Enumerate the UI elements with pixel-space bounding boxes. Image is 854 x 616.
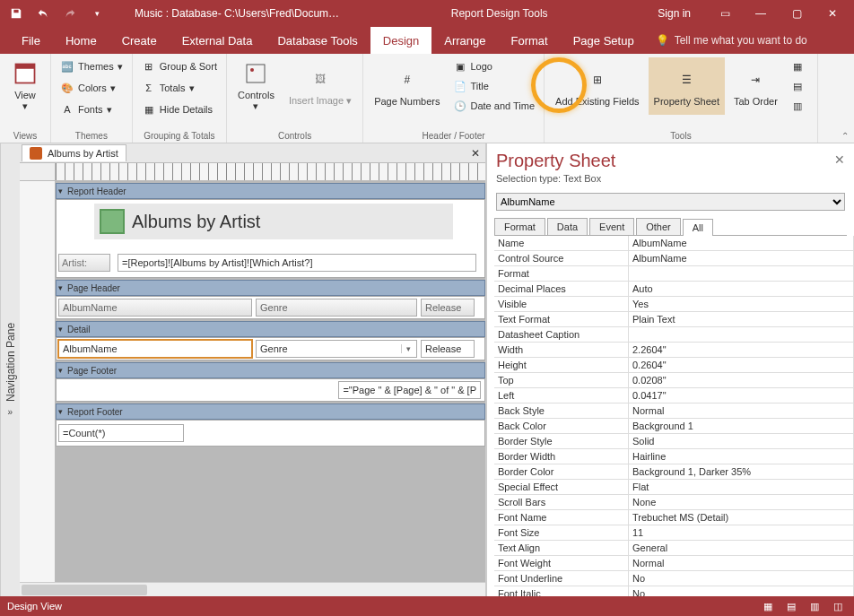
- property-value[interactable]: Flat: [629, 480, 853, 494]
- property-row[interactable]: Left0.0417": [494, 388, 853, 403]
- prop-tab-other[interactable]: Other: [636, 218, 681, 235]
- datetime-button[interactable]: 🕒Date and Time: [449, 97, 539, 115]
- controls-button[interactable]: Controls▾: [232, 57, 280, 113]
- qat-customize-icon[interactable]: ▾: [86, 3, 108, 24]
- property-row[interactable]: NameAlbumName: [494, 236, 853, 251]
- close-property-sheet-icon[interactable]: ✕: [834, 152, 845, 167]
- collapse-ribbon-icon[interactable]: ⌃: [841, 131, 849, 141]
- property-row[interactable]: Font UnderlineNo: [494, 571, 853, 586]
- property-value[interactable]: 2.2604": [629, 343, 853, 357]
- navigation-pane-collapsed[interactable]: » Navigation Pane: [0, 143, 20, 596]
- insert-image-button[interactable]: 🖼Insert Image ▾: [283, 57, 357, 113]
- tab-page-setup[interactable]: Page Setup: [561, 27, 647, 54]
- property-row[interactable]: Width2.2604": [494, 343, 853, 358]
- property-row[interactable]: Text FormatPlain Text: [494, 312, 853, 327]
- artist-expression-textbox[interactable]: =[Reports]![Albums by Artist]![Which Art…: [118, 254, 476, 272]
- property-row[interactable]: Format: [494, 266, 853, 282]
- property-value[interactable]: AlbumName: [629, 236, 853, 250]
- section-page-header[interactable]: Page Header: [56, 280, 485, 296]
- fonts-button[interactable]: AFonts ▾: [57, 100, 126, 118]
- property-row[interactable]: Border ColorBackground 1, Darker 35%: [494, 464, 853, 480]
- property-row[interactable]: Height0.2604": [494, 358, 853, 373]
- page-footer-body[interactable]: ="Page " & [Page] & " of " & [P: [56, 378, 485, 402]
- view-layout-icon[interactable]: ▥: [806, 601, 824, 612]
- view-report-icon[interactable]: ▦: [759, 601, 777, 612]
- totals-button[interactable]: ΣTotals ▾: [138, 79, 221, 97]
- property-value[interactable]: 0.0208": [629, 373, 853, 387]
- property-row[interactable]: Back ColorBackground 1: [494, 419, 853, 434]
- report-title-block[interactable]: Albums by Artist: [94, 204, 453, 239]
- genre-combobox[interactable]: Genre: [256, 340, 417, 358]
- tab-external-data[interactable]: External Data: [170, 27, 266, 54]
- albumname-textbox[interactable]: AlbumName: [58, 340, 252, 358]
- tell-me-search[interactable]: 💡Tell me what you want to do: [656, 27, 807, 54]
- report-header-body[interactable]: Albums by Artist Artist: =[Reports]![Alb…: [56, 199, 485, 278]
- tools-extra-1[interactable]: ▦: [787, 57, 812, 75]
- property-row[interactable]: Top0.0208": [494, 373, 853, 388]
- property-value[interactable]: 0.0417": [629, 388, 853, 403]
- close-window-icon[interactable]: ✕: [816, 3, 849, 24]
- redo-icon[interactable]: [59, 3, 81, 24]
- view-button[interactable]: View▾: [5, 57, 45, 113]
- section-detail[interactable]: Detail: [56, 321, 485, 337]
- page-numbers-button[interactable]: #Page Numbers: [369, 57, 445, 115]
- property-row[interactable]: Special EffectFlat: [494, 480, 853, 495]
- prop-tab-format[interactable]: Format: [494, 218, 545, 235]
- section-report-footer[interactable]: Report Footer: [56, 403, 485, 420]
- tab-file[interactable]: File: [9, 27, 53, 54]
- horizontal-scrollbar[interactable]: [20, 582, 485, 596]
- prop-tab-data[interactable]: Data: [547, 218, 588, 235]
- property-row[interactable]: Back StyleNormal: [494, 403, 853, 419]
- tab-order-button[interactable]: ⇥Tab Order: [728, 57, 783, 115]
- property-value[interactable]: Hairline: [629, 449, 853, 464]
- section-report-header[interactable]: Report Header: [56, 183, 485, 199]
- property-row[interactable]: Decimal PlacesAuto: [494, 282, 853, 297]
- property-value[interactable]: 11: [629, 525, 853, 540]
- minimize-icon[interactable]: —: [745, 3, 777, 24]
- property-sheet-button[interactable]: ☰Property Sheet: [649, 57, 725, 115]
- tab-database-tools[interactable]: Database Tools: [265, 27, 370, 54]
- report-title-label[interactable]: Albums by Artist: [132, 212, 260, 232]
- hide-details-button[interactable]: ▦Hide Details: [138, 100, 221, 118]
- property-value[interactable]: [629, 327, 853, 342]
- property-row[interactable]: Font NameTrebuchet MS (Detail): [494, 510, 853, 525]
- view-print-icon[interactable]: ▤: [782, 601, 800, 612]
- tools-extra-2[interactable]: ▤: [787, 77, 812, 95]
- report-footer-body[interactable]: =Count(*): [56, 420, 485, 447]
- released-textbox[interactable]: Release: [421, 340, 475, 358]
- property-value[interactable]: Solid: [629, 434, 853, 448]
- prop-tab-event[interactable]: Event: [589, 218, 634, 235]
- column-label-album[interactable]: AlbumName: [58, 299, 252, 317]
- column-label-genre[interactable]: Genre: [256, 299, 417, 317]
- column-label-released[interactable]: Release: [421, 299, 475, 317]
- section-page-footer[interactable]: Page Footer: [56, 362, 485, 378]
- property-row[interactable]: Border StyleSolid: [494, 434, 853, 449]
- page-expression-textbox[interactable]: ="Page " & [Page] & " of " & [P: [338, 381, 481, 399]
- property-value[interactable]: 0.2604": [629, 358, 853, 372]
- property-grid[interactable]: NameAlbumNameControl SourceAlbumNameForm…: [494, 236, 854, 596]
- property-row[interactable]: VisibleYes: [494, 297, 853, 312]
- property-value[interactable]: Plain Text: [629, 312, 853, 326]
- property-value[interactable]: [629, 266, 853, 281]
- close-document-icon[interactable]: ✕: [471, 147, 480, 160]
- save-icon[interactable]: [5, 3, 27, 24]
- property-row[interactable]: Text AlignGeneral: [494, 541, 853, 556]
- property-value[interactable]: None: [629, 495, 853, 509]
- ribbon-options-icon[interactable]: ▭: [709, 3, 741, 24]
- property-row[interactable]: Control SourceAlbumName: [494, 251, 853, 266]
- property-row[interactable]: Datasheet Caption: [494, 327, 853, 343]
- logo-button[interactable]: ▣Logo: [449, 57, 539, 75]
- page-header-body[interactable]: AlbumName Genre Release: [56, 296, 485, 319]
- tab-format[interactable]: Format: [499, 27, 561, 54]
- document-tab[interactable]: Albums by Artist: [22, 144, 126, 161]
- property-row[interactable]: Font WeightNormal: [494, 556, 853, 571]
- property-value[interactable]: No: [629, 586, 853, 596]
- undo-icon[interactable]: [32, 3, 54, 24]
- artist-label-control[interactable]: Artist:: [58, 254, 110, 272]
- property-value[interactable]: General: [629, 541, 853, 555]
- detail-body[interactable]: AlbumName Genre Release: [56, 337, 485, 360]
- group-sort-button[interactable]: ⊞Group & Sort: [138, 57, 221, 75]
- maximize-icon[interactable]: ▢: [780, 3, 813, 24]
- property-value[interactable]: Background 1, Darker 35%: [629, 464, 853, 479]
- property-value[interactable]: Normal: [629, 403, 853, 418]
